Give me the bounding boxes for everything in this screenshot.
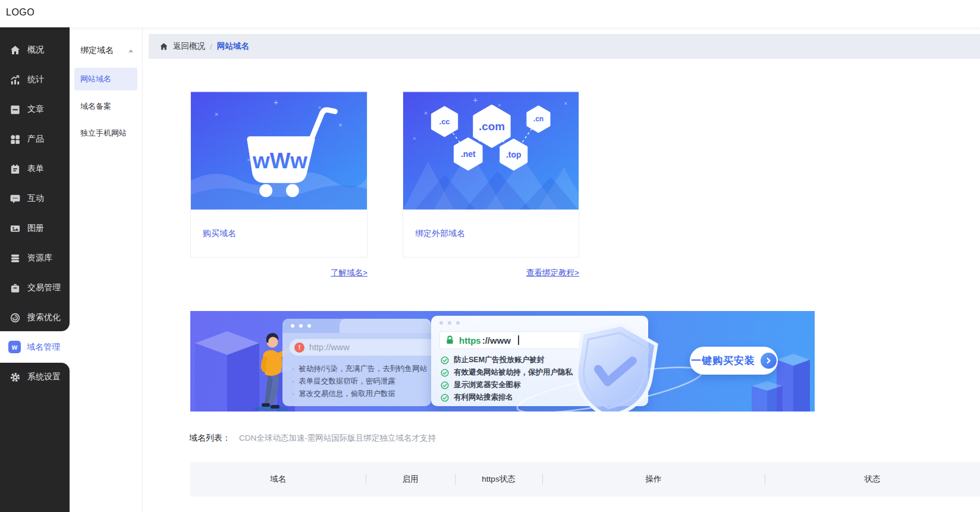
- column-header-status: 状态: [765, 474, 980, 485]
- cart-www-text: wWw: [252, 149, 307, 173]
- svg-text:×: ×: [215, 111, 218, 118]
- domain-list-note: CDN全球动态加速-需网站国际版且绑定独立域名才支持: [239, 433, 436, 444]
- sidebar-item-label: 表单: [27, 164, 44, 174]
- sidebar-item-domain-management-active[interactable]: w 域名管理: [0, 331, 70, 363]
- browser-dots-icon: [439, 321, 460, 325]
- main-content: 返回概况 / 网站域名 × × ×: [143, 27, 980, 512]
- cart-www-illustration: × × × × + wWw: [191, 92, 367, 210]
- sidebar-bottom-block: 系统设置: [0, 363, 70, 512]
- submenu-item-domain-filing[interactable]: 域名备案: [70, 93, 142, 120]
- sidebar-item-label: 互动: [27, 193, 44, 204]
- https-promo-banner: ! http://www 被劫持/污染，充满广告，去到钓鱼网站 表单提交数据窃听…: [190, 311, 815, 412]
- gear-icon: [10, 372, 21, 383]
- w-badge-icon: w: [8, 341, 21, 353]
- hex-label-cn: .cn: [533, 115, 544, 123]
- chart-icon: [10, 74, 21, 86]
- breadcrumb-back-link[interactable]: 返回概况: [173, 41, 205, 52]
- check-circle-icon: [441, 356, 449, 365]
- column-header-domain: 域名: [190, 474, 366, 485]
- sidebar-item-overview[interactable]: 概况: [0, 35, 70, 65]
- bind-external-domain-card[interactable]: × × × × + .cc .com .cn .net .top 绑定外部域名: [403, 91, 579, 257]
- submenu-group-label: 绑定域名: [80, 45, 114, 56]
- breadcrumb-separator: /: [210, 42, 212, 51]
- https-url-rest: ://www: [482, 335, 511, 345]
- chat-icon: [10, 193, 21, 205]
- app-logo[interactable]: LOGO: [6, 7, 34, 18]
- gallery-icon: [10, 223, 21, 234]
- secondary-sidebar: 绑定域名 网站域名 域名备案 独立手机网站: [70, 27, 143, 512]
- alert-icon: !: [294, 343, 304, 353]
- sidebar-item-interaction[interactable]: 互动: [0, 184, 70, 213]
- browser-bar: [282, 319, 431, 333]
- security-shield-illustration: [564, 319, 665, 412]
- sidebar-item-forms[interactable]: 表单: [0, 154, 70, 184]
- sidebar-item-products[interactable]: 产品: [0, 124, 70, 154]
- sidebar-item-gallery[interactable]: 图册: [0, 213, 70, 243]
- sidebar-item-label: 图册: [27, 223, 44, 234]
- hex-label-cc: .cc: [439, 117, 450, 126]
- sidebar-item-label: 域名管理: [27, 342, 60, 353]
- seo-icon: [10, 312, 21, 323]
- sidebar-item-label: 产品: [27, 134, 44, 145]
- form-icon: [10, 164, 21, 175]
- sidebar-item-statistics[interactable]: 统计: [0, 65, 70, 95]
- sidebar-item-label: 概况: [27, 45, 44, 55]
- breadcrumb-current[interactable]: 网站域名: [217, 41, 249, 52]
- svg-text:+: +: [274, 98, 278, 107]
- http-risk-item: 被劫持/污染，充满广告，去到钓鱼网站: [292, 363, 427, 375]
- collapse-caret-icon[interactable]: [128, 49, 133, 52]
- sidebar-item-label: 搜索优化: [27, 312, 61, 323]
- svg-text:×: ×: [498, 102, 501, 108]
- sidebar-item-label: 资源库: [27, 253, 52, 263]
- sidebar-item-label: 系统设置: [27, 372, 61, 382]
- svg-text:×: ×: [564, 100, 567, 106]
- submenu-list: 网站域名 域名备案 独立手机网站: [70, 68, 142, 146]
- https-scheme-text: https: [459, 335, 481, 345]
- svg-text:×: ×: [424, 109, 428, 117]
- learn-domain-link[interactable]: 了解域名>: [190, 268, 368, 278]
- domain-list-title: 域名列表：: [189, 433, 231, 444]
- submenu-item-website-domain[interactable]: 网站域名: [74, 68, 137, 90]
- check-circle-icon: [441, 381, 449, 390]
- buy-domain-card[interactable]: × × × × + wWw 购买域名: [190, 91, 368, 257]
- article-icon: [10, 104, 21, 115]
- domain-management-page: LOGO 概况 统计 文章 产品 表单: [0, 0, 980, 512]
- one-click-buy-install-button[interactable]: 一键购买安装: [690, 347, 778, 375]
- domain-hexagons-illustration: × × × × + .cc .com .cn .net .top: [403, 92, 579, 210]
- column-header-actions: 操作: [542, 474, 765, 485]
- bind-external-domain-label[interactable]: 绑定外部域名: [403, 210, 579, 257]
- submenu-item-mobile-site[interactable]: 独立手机网站: [70, 120, 142, 146]
- sidebar-item-label: 文章: [27, 104, 44, 115]
- lock-icon: [445, 335, 454, 345]
- hex-label-top: .top: [506, 150, 521, 159]
- sidebar-item-label: 交易管理: [27, 282, 61, 293]
- submenu-group-bind-domain[interactable]: 绑定域名: [70, 40, 142, 61]
- trade-icon: [10, 282, 21, 294]
- buy-domain-label[interactable]: 购买域名: [191, 210, 367, 257]
- sidebar-item-transactions[interactable]: 交易管理: [0, 273, 70, 303]
- breadcrumb: 返回概况 / 网站域名: [149, 34, 980, 59]
- text-caret: [518, 335, 519, 345]
- http-risk-list: 被劫持/污染，充满广告，去到钓鱼网站 表单提交数据窃听，密码泄露 篡改交易信息，…: [292, 363, 427, 400]
- sidebar-item-resources[interactable]: 资源库: [0, 243, 70, 273]
- sidebar-item-settings[interactable]: 系统设置: [0, 363, 70, 391]
- check-circle-icon: [441, 394, 449, 402]
- browser-dots-icon: [291, 324, 311, 328]
- hex-label-com: .com: [479, 120, 505, 133]
- svg-text:×: ×: [338, 121, 342, 128]
- domain-list-header: 域名列表： CDN全球动态加速-需网站国际版且绑定独立域名才支持: [189, 433, 436, 444]
- check-circle-icon: [441, 369, 449, 377]
- svg-text:×: ×: [413, 135, 416, 142]
- sidebar-item-label: 统计: [27, 74, 44, 85]
- topbar: LOGO: [0, 0, 980, 27]
- http-risk-item: 篡改交易信息，偷取用户数据: [292, 388, 427, 400]
- main-sidebar: 概况 统计 文章 产品 表单 互动: [0, 27, 70, 512]
- buy-button-label: 一键购买安装: [691, 354, 755, 367]
- arrow-right-icon: [761, 353, 777, 369]
- sidebar-item-seo[interactable]: 搜索优化: [0, 303, 70, 332]
- column-header-https-status: https状态: [455, 474, 542, 485]
- product-icon: [10, 134, 21, 145]
- bind-tutorial-link[interactable]: 查看绑定教程>: [403, 268, 579, 278]
- sidebar-item-articles[interactable]: 文章: [0, 95, 70, 124]
- http-url-text: http://www: [309, 343, 350, 352]
